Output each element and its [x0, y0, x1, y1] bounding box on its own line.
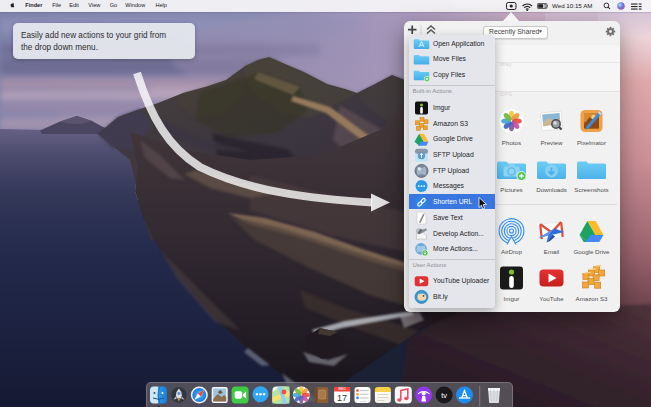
svg-text:WED: WED [338, 387, 346, 391]
svg-text:17: 17 [337, 393, 347, 403]
svg-text:tv: tv [441, 390, 447, 399]
